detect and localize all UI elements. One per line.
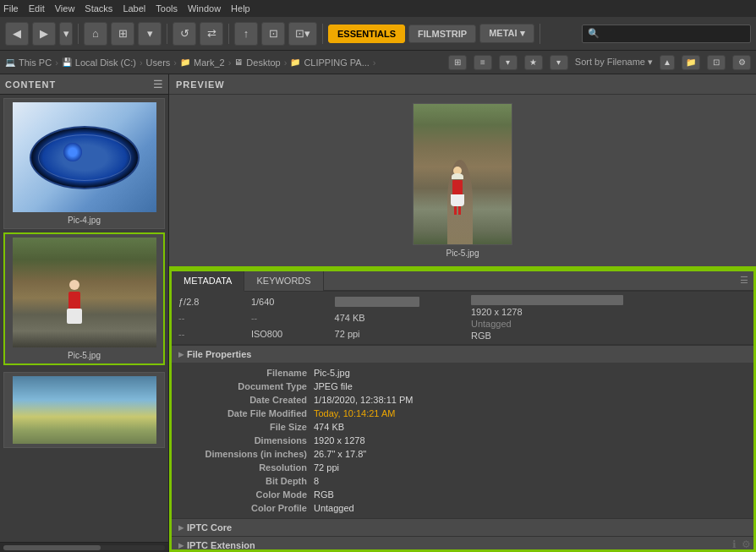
thumb-label-pic4: Pic-4.jpg — [68, 216, 101, 225]
cog-btn[interactable]: ⚙ — [732, 55, 751, 70]
row-bitdepth: Bit Depth 8 — [178, 474, 747, 488]
label-datecreated: Date Created — [178, 395, 314, 405]
mode-essentials[interactable]: ESSENTIALS — [328, 25, 405, 43]
view-list-btn[interactable]: ≡ — [474, 55, 492, 70]
mode-metai[interactable]: METAI ▾ — [479, 24, 534, 43]
value-datecreated: 1/18/2020, 12:38:11 PM — [314, 395, 413, 405]
mode-filmstrip[interactable]: FILMSTRIP — [408, 25, 476, 43]
thumbnail-pic5[interactable]: Pic-5.jpg — [3, 232, 165, 365]
bc-desktop[interactable]: Desktop — [246, 57, 280, 68]
value-filename: Pic-5.jpg — [314, 368, 350, 378]
separator-1 — [78, 24, 79, 44]
view-button[interactable]: ▾ — [138, 22, 162, 46]
label-doctype: Document Type — [178, 381, 314, 391]
bc-localdisk[interactable]: Local Disk (C:) — [75, 57, 136, 68]
metadata-menu-btn[interactable]: ☰ — [735, 271, 753, 291]
sort-asc-btn[interactable]: ▲ — [660, 55, 675, 70]
search-icon: 🔍 — [588, 28, 600, 39]
label-filesize: File Size — [178, 422, 314, 432]
content-panel: CONTENT ☰ Pic-4.jpg — [0, 74, 169, 552]
settings-icon[interactable]: ⚙ — [742, 538, 751, 550]
sort-label[interactable]: Sort by Filename ▾ — [575, 57, 653, 68]
separator-3 — [228, 24, 229, 44]
content-header: CONTENT ☰ — [0, 74, 168, 95]
resolution-quick: 72 ppi — [335, 329, 461, 339]
iptc-core-header[interactable]: ▶ IPTC Core — [172, 518, 753, 536]
search-input[interactable] — [600, 25, 745, 42]
fp-chevron: ▶ — [178, 351, 184, 358]
preview-title: PREVIEW — [176, 79, 225, 90]
menu-window[interactable]: Window — [188, 3, 221, 14]
menu-help[interactable]: Help — [231, 3, 250, 14]
extra-btn2[interactable]: ⊡ — [707, 55, 726, 70]
tag-quick: Untagged — [471, 319, 747, 329]
exp-comp1: -- — [178, 313, 241, 323]
home-button[interactable]: ⌂ — [84, 22, 107, 46]
iptc-core-label: IPTC Core — [187, 522, 232, 533]
grid-button[interactable]: ⊞ — [111, 22, 134, 46]
view-grid-btn[interactable]: ⊞ — [448, 55, 467, 70]
bc-sep-6: › — [373, 57, 376, 68]
menu-edit[interactable]: Edit — [29, 3, 45, 14]
row-colormode: Color Mode RGB — [178, 488, 747, 501]
quick-info-bar: ƒ/2.8 1/640 -- -- 474 KB -- ISO800 72 pp… — [172, 292, 753, 345]
menu-file[interactable]: File — [3, 3, 19, 14]
file-properties-section: ▶ File Properties Filename Pic-5.jpg Doc… — [172, 345, 753, 518]
extra-button[interactable]: ⊡▾ — [288, 22, 317, 46]
preview-content: Pic-5.jpg — [169, 95, 756, 266]
value-colormode: RGB — [314, 489, 334, 500]
row-datecreated: Date Created 1/18/2020, 12:38:11 PM — [178, 393, 747, 407]
bc-mark[interactable]: Mark_2 — [194, 57, 225, 68]
back-button[interactable]: ◀ — [5, 22, 29, 46]
iptc-ext-header[interactable]: ▶ IPTC Extension — [172, 536, 753, 552]
iptc-core-chevron: ▶ — [178, 524, 184, 532]
bc-sep-3: › — [173, 57, 177, 68]
move-button[interactable]: ↑ — [234, 22, 258, 46]
thumbnail-beach[interactable] — [3, 372, 165, 448]
sort-btn[interactable]: ▾ — [550, 55, 568, 70]
menu-view[interactable]: View — [55, 3, 75, 14]
refresh-button[interactable]: ↺ — [173, 22, 196, 46]
color-quick: RGB — [471, 331, 747, 341]
label-bitdepth: Bit Depth — [178, 476, 314, 486]
exp-comp2: -- — [251, 313, 325, 323]
thumb-label-pic5: Pic-5.jpg — [68, 351, 101, 360]
dropdown-button[interactable]: ▾ — [59, 22, 73, 46]
menu-tools[interactable]: Tools — [156, 3, 178, 14]
folder-btn[interactable]: 📁 — [682, 55, 700, 70]
bc-sep-1: › — [55, 57, 58, 68]
menu-stacks[interactable]: Stacks — [85, 3, 112, 14]
star-btn[interactable]: ★ — [524, 55, 543, 70]
metadata-panel: METADATA KEYWORDS ☰ ƒ/2.8 1/640 -- -- 47… — [169, 269, 756, 552]
content-title: CONTENT — [5, 79, 56, 90]
tab-keywords[interactable]: KEYWORDS — [244, 271, 323, 291]
iptc-ext-label: IPTC Extension — [187, 540, 255, 550]
preview-filename: Pic-5.jpg — [446, 249, 479, 258]
thumbnail-pic4[interactable]: Pic-4.jpg — [3, 98, 165, 229]
sync-button[interactable]: ⇄ — [200, 22, 223, 46]
breadcrumb: 💻 This PC › 💾 Local Disk (C:) › Users › … — [0, 51, 756, 74]
content-menu-btn[interactable]: ☰ — [153, 78, 163, 90]
forward-button[interactable]: ▶ — [32, 22, 56, 46]
menu-label[interactable]: Label — [123, 3, 145, 14]
shutter-value: 1/640 — [251, 297, 325, 307]
menu-bar: File Edit View Stacks Label Tools Window… — [0, 0, 756, 17]
tab-metadata[interactable]: METADATA — [172, 271, 244, 292]
bc-users[interactable]: Users — [146, 57, 171, 68]
label-colorprofile: Color Profile — [178, 503, 314, 513]
value-filesize: 474 KB — [314, 422, 344, 432]
value-colorprofile: Untagged — [314, 503, 354, 513]
bc-thispc[interactable]: This PC — [19, 57, 52, 68]
view-extra-btn[interactable]: ▾ — [499, 55, 518, 70]
preview-panel: PREVIEW — [169, 74, 756, 269]
bc-sep-5: › — [284, 57, 288, 68]
thumb-img-beach — [13, 376, 156, 444]
label-colormode: Color Mode — [178, 489, 314, 500]
bc-clipping[interactable]: CLIPPING PA... — [304, 57, 369, 68]
thumbnail-list: Pic-4.jpg Pic-5.jpg — [0, 95, 168, 542]
file-properties-header[interactable]: ▶ File Properties — [172, 345, 753, 363]
copy-button[interactable]: ⊡ — [261, 22, 285, 46]
row-dimensions-inches: Dimensions (in inches) 26.7" x 17.8" — [178, 447, 747, 461]
value-doctype: JPEG file — [314, 381, 353, 391]
separator-4 — [322, 24, 323, 44]
